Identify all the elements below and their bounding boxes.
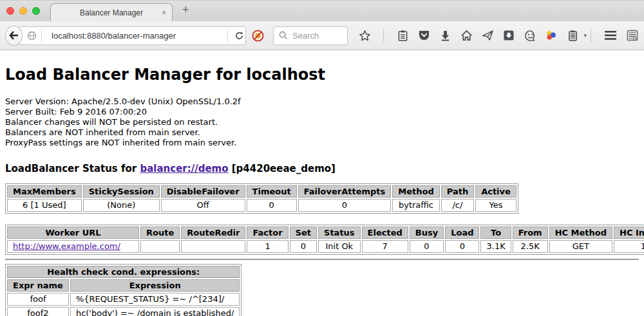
col-maxmembers: MaxMembers: [7, 185, 82, 198]
expression-value: hc('body') =~ /domain is established/: [70, 307, 240, 316]
section-suffix: [p4420eeae_demo]: [229, 163, 336, 174]
from-value: 2.5K: [513, 240, 548, 253]
divider: [227, 29, 228, 42]
health-table-title: Health check cond. expressions:: [7, 266, 240, 278]
tab-bar: Balancer Manager × +: [0, 0, 644, 21]
page-content: Load Balancer Manager for localhost Serv…: [0, 66, 644, 316]
search-bar[interactable]: Search: [273, 26, 348, 45]
notice-line: Balancers are NOT inherited from main se…: [5, 127, 639, 138]
col-expr-name: Expr name: [7, 279, 69, 292]
browser-window: Balancer Manager × + localhost:8880/bala…: [0, 0, 644, 50]
set-value: 0: [290, 240, 317, 253]
search-icon: [279, 31, 288, 40]
table-row: foof %{REQUEST_STATUS} =~ /^[234]/: [7, 293, 240, 306]
col-elected: Elected: [362, 227, 408, 239]
table-row: 6 [1 Used] (None) Off 0 0 bytraffic /c/ …: [7, 199, 516, 212]
col-hc-interval: HC Interval: [614, 227, 644, 239]
globe-icon: [27, 31, 37, 41]
divider: [591, 28, 591, 42]
divider: [41, 29, 42, 42]
worker-url-link[interactable]: http://www.example.com/: [13, 241, 120, 251]
window-controls: [6, 7, 40, 15]
section-prefix: LoadBalancer Status for: [5, 163, 140, 174]
notice-line: ProxyPass settings are NOT inherited fro…: [5, 138, 639, 148]
home-button[interactable]: [460, 28, 473, 42]
active-value: Yes: [475, 199, 516, 212]
table-header-row: Expr name Expression: [7, 279, 240, 292]
expression-value: %{REQUEST_STATUS} =~ /^[234]/: [70, 293, 240, 306]
table-row: foof2 hc('body') =~ /domain is establish…: [7, 307, 240, 316]
col-status: Status: [318, 227, 361, 239]
toolbar-buttons: ▾: [358, 28, 587, 42]
col-stickysession: StickySession: [83, 185, 160, 198]
status-value: Init Ok: [318, 240, 361, 253]
content-blocker-extension-button[interactable]: [252, 28, 264, 42]
col-failoverattempts: FailoverAttempts: [298, 185, 392, 198]
timeout-value: 0: [247, 199, 297, 212]
hc-interval-value: 10: [614, 240, 644, 253]
window-zoom-button[interactable]: [32, 7, 40, 15]
tab-balancer-manager[interactable]: Balancer Manager ×: [50, 3, 173, 22]
col-timeout: Timeout: [247, 185, 297, 198]
col-active: Active: [475, 185, 516, 198]
table-row: http://www.example.com/ 1 0 Init Ok 7 0 …: [7, 240, 644, 253]
url-text[interactable]: localhost:8880/balancer-manager: [52, 31, 223, 41]
busy-value: 0: [410, 240, 444, 253]
sidebar-panel-button[interactable]: [626, 28, 639, 42]
back-button[interactable]: [5, 26, 23, 46]
server-info: Server Version: Apache/2.5.0-dev (Unix) …: [5, 97, 639, 148]
tab-title: Balancer Manager: [80, 8, 143, 17]
col-factor: Factor: [247, 227, 288, 239]
expr-name-value: foof2: [7, 307, 69, 316]
routeredir-value: [181, 240, 245, 253]
bookmark-star-button[interactable]: [358, 28, 371, 42]
page-title: Load Balancer Manager for localhost: [5, 66, 639, 84]
horizontal-rule: [5, 259, 639, 260]
tab-close-icon[interactable]: ×: [162, 8, 166, 17]
col-hc-method: HC Method: [549, 227, 612, 239]
divider: [383, 28, 384, 42]
send-plane-button[interactable]: [481, 28, 494, 42]
stickysession-value: (None): [83, 199, 160, 212]
to-value: 3.1K: [480, 240, 511, 253]
window-minimize-button[interactable]: [19, 7, 27, 15]
chat-smiley-button[interactable]: [524, 28, 536, 42]
pocket-button[interactable]: [417, 28, 430, 42]
balancer-settings-table: MaxMembers StickySession DisableFailover…: [5, 183, 518, 214]
hc-method-value: GET: [549, 240, 612, 253]
col-to: To: [480, 227, 511, 239]
worker-status-table: Worker URL Route RouteRedir Factor Set S…: [5, 225, 644, 255]
downloads-button[interactable]: [439, 28, 451, 42]
table-header-row: Worker URL Route RouteRedir Factor Set S…: [7, 227, 644, 239]
reload-button[interactable]: [232, 28, 245, 42]
col-disablefailover: DisableFailover: [161, 185, 245, 198]
download-extension-button[interactable]: [502, 28, 515, 42]
route-value: [140, 240, 180, 253]
bookmarks-clipboard-button[interactable]: [396, 28, 409, 42]
new-tab-button[interactable]: +: [182, 3, 189, 17]
navigation-toolbar: localhost:8880/balancer-manager Search: [0, 21, 644, 50]
balancer-link[interactable]: balancer://demo: [140, 163, 228, 174]
toolbar-right: [587, 28, 639, 42]
search-input[interactable]: Search: [292, 31, 319, 41]
elected-value: 7: [362, 240, 408, 253]
col-routeredir: RouteRedir: [181, 227, 245, 239]
table-header-row: MaxMembers StickySession DisableFailover…: [7, 185, 516, 198]
disablefailover-value: Off: [161, 199, 245, 212]
server-version-line: Server Version: Apache/2.5.0-dev (Unix) …: [5, 97, 639, 107]
path-value: /c/: [441, 199, 474, 212]
method-value: bytraffic: [392, 199, 439, 212]
expr-name-value: foof: [7, 293, 69, 306]
menu-hamburger-button[interactable]: [604, 28, 617, 42]
col-busy: Busy: [410, 227, 444, 239]
load-value: 0: [445, 240, 479, 253]
window-close-button[interactable]: [6, 7, 14, 15]
url-bar[interactable]: localhost:8880/balancer-manager: [18, 26, 246, 45]
worker-url-cell: http://www.example.com/: [7, 240, 139, 253]
colored-dots-extension-button[interactable]: [545, 28, 558, 42]
archive-extension-button[interactable]: [566, 28, 579, 42]
col-route: Route: [140, 227, 180, 239]
col-method: Method: [392, 185, 439, 198]
table-title-row: Health check cond. expressions:: [7, 266, 240, 278]
balancer-section-heading: LoadBalancer Status for balancer://demo …: [5, 163, 639, 174]
